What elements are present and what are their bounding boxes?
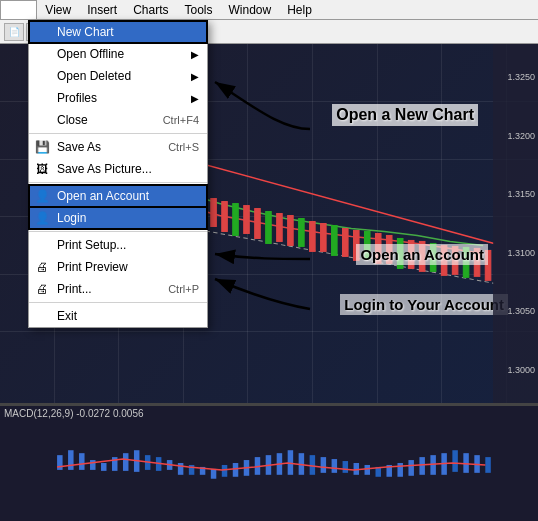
menu-item-exit[interactable]: Exit <box>29 305 207 327</box>
save-as-label: Save As <box>57 140 101 154</box>
menu-help[interactable]: Help <box>279 1 320 19</box>
menu-item-new-chart[interactable]: New Chart <box>29 21 207 43</box>
y-label-6: 1.3000 <box>493 365 538 375</box>
print-label: Print... <box>57 282 92 296</box>
svg-rect-79 <box>419 457 424 475</box>
menu-tools[interactable]: Tools <box>177 1 221 19</box>
print-shortcut: Ctrl+P <box>168 283 199 295</box>
menu-item-close[interactable]: Close Ctrl+F4 <box>29 109 207 131</box>
menu-sep-3 <box>29 231 207 232</box>
save-shortcut: Ctrl+S <box>168 141 199 153</box>
y-axis: 1.3250 1.3200 1.3150 1.3100 1.3050 1.300… <box>493 44 538 403</box>
svg-rect-25 <box>277 214 282 242</box>
annotation-new-chart: Open a New Chart <box>332 104 478 126</box>
y-label-1: 1.3250 <box>493 72 538 82</box>
svg-rect-22 <box>244 206 249 234</box>
svg-rect-60 <box>211 469 216 479</box>
profiles-label: Profiles <box>57 91 97 105</box>
y-label-3: 1.3150 <box>493 189 538 199</box>
menu-sep-4 <box>29 302 207 303</box>
svg-rect-61 <box>222 465 227 477</box>
svg-rect-24 <box>266 212 271 244</box>
menu-item-open-deleted[interactable]: Open Deleted ▶ <box>29 65 207 87</box>
toolbar-new[interactable]: 📄 <box>4 23 24 41</box>
submenu-arrow: ▶ <box>191 49 199 60</box>
annotation-open-account: Open an Account <box>356 244 488 265</box>
print-icon: 🖨 <box>33 280 51 298</box>
menu-item-print[interactable]: 🖨 Print... Ctrl+P <box>29 278 207 300</box>
login-icon: 👤 <box>33 209 51 227</box>
exit-label: Exit <box>57 309 77 323</box>
svg-rect-20 <box>222 202 227 232</box>
y-label-4: 1.3100 <box>493 248 538 258</box>
menu-item-open-account[interactable]: 👤 Open an Account <box>29 185 207 207</box>
menu-item-print-setup[interactable]: Print Setup... <box>29 234 207 256</box>
submenu-arrow-deleted: ▶ <box>191 71 199 82</box>
svg-rect-70 <box>321 457 326 473</box>
menu-charts[interactable]: Charts <box>125 1 176 19</box>
svg-rect-57 <box>178 463 183 475</box>
svg-rect-72 <box>343 461 348 473</box>
svg-rect-52 <box>123 453 128 471</box>
y-label-5: 1.3050 <box>493 306 538 316</box>
macd-chart <box>0 406 538 521</box>
save-icon: 💾 <box>33 138 51 156</box>
svg-rect-29 <box>321 224 326 252</box>
svg-rect-49 <box>90 460 95 470</box>
menu-sep-2 <box>29 182 207 183</box>
svg-rect-48 <box>79 453 84 470</box>
file-dropdown-menu: New Chart Open Offline ▶ Open Deleted ▶ … <box>28 20 208 328</box>
svg-rect-30 <box>332 225 337 255</box>
svg-rect-85 <box>485 457 490 473</box>
open-offline-label: Open Offline <box>57 47 124 61</box>
menu-view[interactable]: View <box>37 1 79 19</box>
menu-item-open-offline[interactable]: Open Offline ▶ <box>29 43 207 65</box>
menu-item-save-picture[interactable]: 🖼 Save As Picture... <box>29 158 207 180</box>
svg-rect-47 <box>68 450 73 470</box>
svg-rect-26 <box>288 216 293 246</box>
submenu-arrow-profiles: ▶ <box>191 93 199 104</box>
svg-rect-28 <box>310 222 315 252</box>
svg-rect-31 <box>343 228 348 256</box>
login-label: Login <box>57 211 86 225</box>
menu-insert[interactable]: Insert <box>79 1 125 19</box>
y-label-2: 1.3200 <box>493 131 538 141</box>
open-deleted-label: Open Deleted <box>57 69 131 83</box>
save-picture-label: Save As Picture... <box>57 162 152 176</box>
svg-rect-19 <box>211 199 216 227</box>
print-preview-label: Print Preview <box>57 260 128 274</box>
menu-sep-1 <box>29 133 207 134</box>
svg-rect-71 <box>332 459 337 473</box>
menu-item-save-as[interactable]: 💾 Save As Ctrl+S <box>29 136 207 158</box>
account-icon: 👤 <box>33 187 51 205</box>
svg-rect-69 <box>310 455 315 475</box>
menu-item-login[interactable]: 👤 Login <box>29 207 207 229</box>
menu-file[interactable]: File <box>0 0 37 19</box>
svg-rect-27 <box>299 219 304 247</box>
open-account-label: Open an Account <box>57 189 149 203</box>
new-chart-label: New Chart <box>57 25 114 39</box>
svg-rect-77 <box>397 463 402 477</box>
macd-area: MACD(12,26,9) -0.0272 0.0056 <box>0 404 538 521</box>
svg-rect-46 <box>57 455 62 470</box>
svg-rect-62 <box>233 463 238 477</box>
menu-item-profiles[interactable]: Profiles ▶ <box>29 87 207 109</box>
print-preview-icon: 🖨 <box>33 258 51 276</box>
close-shortcut: Ctrl+F4 <box>163 114 199 126</box>
menu-item-print-preview[interactable]: 🖨 Print Preview <box>29 256 207 278</box>
annotation-login: Login to Your Account <box>340 294 508 315</box>
picture-icon: 🖼 <box>33 160 51 178</box>
svg-rect-82 <box>452 450 457 472</box>
svg-rect-21 <box>233 204 238 236</box>
print-setup-label: Print Setup... <box>57 238 126 252</box>
svg-rect-78 <box>408 460 413 476</box>
svg-rect-74 <box>365 465 370 475</box>
close-label: Close <box>57 113 88 127</box>
svg-rect-23 <box>255 209 260 239</box>
menu-bar: File View Insert Charts Tools Window Hel… <box>0 0 538 20</box>
svg-rect-50 <box>101 463 106 471</box>
menu-window[interactable]: Window <box>221 1 280 19</box>
